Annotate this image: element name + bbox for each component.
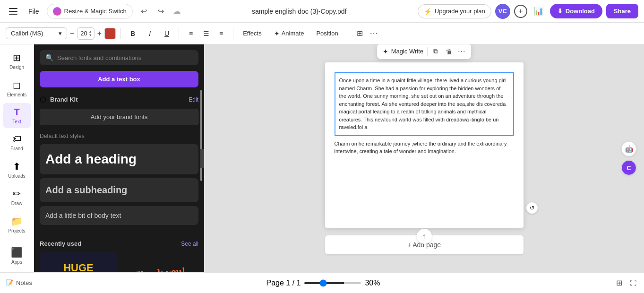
font-thumb-huge-sale[interactable]: HUGE SALE	[40, 252, 117, 272]
uploads-icon: ⬆	[13, 161, 21, 172]
toolbar-left: File Resize & Magic Switch ↩ ↪ ☁	[6, 4, 181, 19]
sidebar-item-brand[interactable]: 🏷 Brand	[3, 130, 31, 155]
sidebar-item-draw-label: Draw	[11, 201, 22, 206]
text-panel: 🔍 Add a text box ⬡ Brand Kit Edit Add yo…	[34, 44, 204, 272]
align-right-button[interactable]: ≡	[214, 26, 228, 41]
sidebar-item-design[interactable]: ⊞ Design	[3, 48, 31, 74]
copy-button[interactable]: ⧉	[431, 46, 440, 56]
analytics-button[interactable]: 📊	[531, 4, 546, 19]
default-styles-title: Default text styles	[40, 133, 198, 139]
share-button[interactable]: Share	[606, 4, 638, 18]
ai-assistant-button[interactable]: 🤖	[621, 141, 636, 156]
download-label: Download	[566, 8, 595, 15]
divider-4	[348, 28, 348, 39]
upgrade-icon: ⚡	[424, 8, 432, 15]
sidebar-item-uploads[interactable]: ⬆ Uploads	[3, 157, 31, 182]
notes-button[interactable]: 📝 Notes	[6, 279, 32, 286]
fullscreen-button[interactable]: ⛶	[628, 277, 638, 289]
animate-button[interactable]: ✦ Animate	[269, 27, 309, 40]
canvas-area: ✦ Magic Write ⧉ 🗑 ··· Once upon a time i…	[204, 44, 644, 272]
font-size-input[interactable]: 20 ▴▾	[77, 27, 94, 40]
brand-kit-edit-link[interactable]: Edit	[189, 96, 198, 103]
search-box[interactable]: 🔍	[40, 50, 198, 65]
effects-button[interactable]: Effects	[238, 27, 266, 40]
align-center-button[interactable]: ☰	[199, 26, 213, 41]
rotate-handle[interactable]: ↺	[526, 202, 538, 214]
zoom-slider[interactable]	[304, 282, 361, 284]
animate-label: Animate	[282, 30, 304, 37]
add-body-text-button[interactable]: Add a little bit of body text	[40, 206, 198, 225]
file-menu[interactable]: File	[25, 6, 43, 17]
magic-write-label: Magic Write	[391, 48, 423, 55]
text-selection-box[interactable]: Once upon a time in a quaint little vill…	[335, 72, 514, 136]
doc-body-text: Charm on he remarkable journey ,where th…	[335, 140, 514, 155]
scroll-up-button[interactable]: ↑	[417, 229, 432, 244]
huge-text: HUGE	[63, 263, 94, 272]
hide-panel-button[interactable]: ‹	[200, 149, 204, 168]
document-title: sample english doc (3)-Copy.pdf	[252, 8, 347, 15]
redo-button[interactable]: ↪	[154, 4, 169, 19]
grid-view-button[interactable]: ⊞	[614, 276, 624, 289]
main-content: ⊞ Design ◻ Elements T Text 🏷 Brand ⬆ Upl…	[0, 44, 644, 272]
text-color-swatch[interactable]	[104, 28, 116, 39]
heading-text: Add a heading	[45, 152, 137, 166]
undo-button[interactable]: ↩	[137, 4, 152, 19]
recently-used-header: Recently used See all	[40, 240, 198, 247]
font-thumbnails: HUGE SALE Thank you!	[40, 252, 198, 272]
avatar[interactable]: VC	[495, 4, 510, 19]
sidebar-item-text[interactable]: T Text	[3, 103, 31, 128]
delete-button[interactable]: 🗑	[444, 47, 454, 56]
add-collaborator-button[interactable]: +	[514, 5, 527, 18]
zoom-level: 30%	[365, 279, 380, 287]
magic-write-button[interactable]: ✦ Magic Write	[383, 48, 423, 55]
animate-icon: ✦	[274, 30, 280, 37]
page-info: Page 1 / 1	[266, 279, 301, 287]
see-all-link[interactable]: See all	[181, 241, 198, 247]
more-magic-write-options[interactable]: ···	[458, 47, 465, 56]
italic-button[interactable]: I	[143, 26, 157, 41]
magic-write-icon: ✦	[383, 48, 388, 55]
cloud-save-icon: ☁	[172, 6, 181, 17]
sidebar-item-draw[interactable]: ✏ Draw	[3, 184, 31, 210]
brand-kit-label: Brand Kit	[50, 96, 78, 103]
alignment-group: ≡ ☰ ≡	[184, 26, 228, 41]
font-thumb-thank-you[interactable]: Thank you!	[121, 252, 198, 272]
menu-button[interactable]	[6, 4, 21, 19]
add-heading-button[interactable]: Add a heading	[40, 144, 198, 174]
underline-button[interactable]: U	[160, 26, 174, 41]
bold-button[interactable]: B	[126, 26, 140, 41]
magic-switch-button[interactable]: Resize & Magic Switch	[47, 4, 133, 19]
thank-you-text: Thank you!	[133, 265, 186, 272]
minus-size-icon: −	[70, 29, 74, 38]
sidebar-item-projects[interactable]: 📁 Projects	[3, 212, 31, 237]
position-button[interactable]: Position	[311, 27, 343, 40]
upgrade-button[interactable]: ⚡ Upgrade your plan	[418, 4, 491, 18]
add-subheading-button[interactable]: Add a subheading	[40, 178, 198, 202]
divider-1	[120, 28, 121, 39]
canva-logo-button[interactable]: C	[621, 160, 636, 175]
sidebar-item-apps[interactable]: ⬛ Apps	[3, 243, 31, 268]
brand-kit-icon: ⬡	[40, 95, 46, 104]
body-text: Add a little bit of body text	[45, 212, 121, 219]
download-icon: ⬇	[558, 8, 563, 15]
font-family-label: Calibri (MS)	[11, 30, 43, 37]
search-input[interactable]	[57, 54, 193, 61]
add-brand-fonts-button[interactable]: Add your brand fonts	[40, 109, 198, 125]
share-label: Share	[614, 8, 631, 15]
font-family-selector[interactable]: Calibri (MS) ▾	[6, 27, 67, 39]
toolbar-center: sample english doc (3)-Copy.pdf	[185, 8, 414, 15]
design-icon: ⊞	[13, 52, 21, 63]
text-icon: T	[14, 107, 19, 118]
huge-sale-text: HUGE SALE	[63, 263, 94, 272]
divider-3	[233, 28, 233, 39]
more-format-options-button[interactable]: ···	[370, 28, 378, 38]
canvas-wrapper: ✦ Magic Write ⧉ 🗑 ··· Once upon a time i…	[325, 62, 524, 254]
brand-kit-title-row: ⬡ Brand Kit	[40, 95, 78, 104]
sidebar-item-elements[interactable]: ◻ Elements	[3, 76, 31, 101]
grid-options-button[interactable]: ⊞	[353, 26, 367, 41]
bottom-center: Page 1 / 1 30%	[32, 279, 614, 287]
add-text-box-button[interactable]: Add a text box	[40, 71, 198, 87]
download-button[interactable]: ⬇ Download	[550, 4, 602, 18]
bottom-right: ⊞ ⛶	[614, 276, 638, 289]
align-left-button[interactable]: ≡	[184, 26, 198, 41]
